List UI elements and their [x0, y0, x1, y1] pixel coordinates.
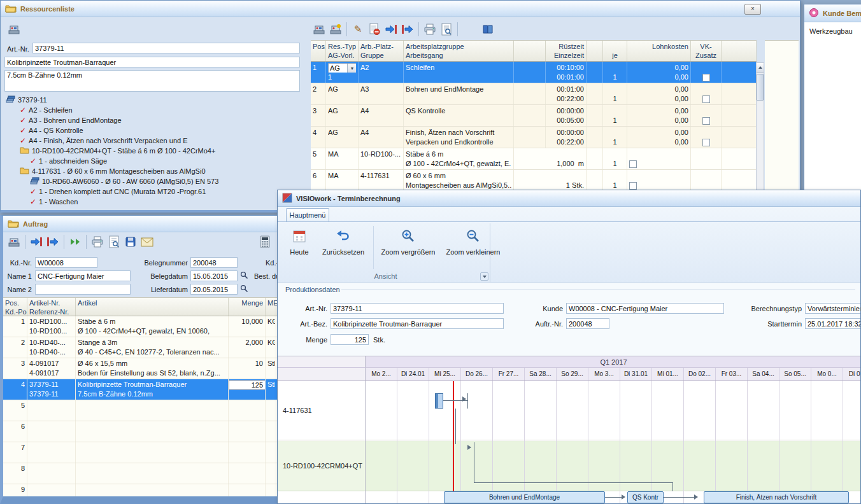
kunde-input[interactable]	[566, 303, 724, 314]
delete-page-icon[interactable]	[366, 21, 383, 38]
table-row[interactable]: 2 10-RD40-...10-RD40-... Stange á 3mØ 40…	[3, 337, 278, 358]
vk-zusatz-checkbox[interactable]	[702, 117, 710, 125]
tree-item[interactable]: ✓1 - Waschen	[6, 197, 306, 207]
material-checkbox[interactable]	[629, 182, 637, 190]
gantt-row-label[interactable]	[278, 492, 365, 504]
col-header-je[interactable]: je	[603, 41, 627, 61]
table-row[interactable]: 3 AG A4 QS Kontrolle 00:00:0000:05:00 1 …	[311, 105, 757, 127]
col-header-lohnkosten[interactable]: Lohnkosten	[627, 41, 691, 61]
table-row[interactable]: 2 AG A3 Bohren und EndMontage 00:01:0000…	[311, 83, 757, 105]
tree-item[interactable]: 10-RD60-AW6060 - Ø 60 - AW 6060 (AlMgSi0…	[6, 176, 306, 186]
import-arrow-icon[interactable]	[383, 21, 399, 38]
gantt-bar[interactable]: Bohren und EndMontage	[444, 491, 605, 503]
col-header-artikel[interactable]: Artikel	[76, 298, 229, 316]
belegnummer-input[interactable]	[190, 257, 238, 268]
bezeichnung-input[interactable]	[4, 57, 300, 67]
tree-item[interactable]: ✓A4 - Finish, Ätzen nach Vorschrift Verp…	[6, 136, 306, 146]
table-row[interactable]: 3 4-0910174-091017 Ø 46 x 15,5 mmBoden f…	[3, 358, 278, 379]
tree-item[interactable]: ✓A3 - Bohren und EndMontage	[6, 115, 306, 125]
vertical-scrollbar[interactable]	[756, 62, 764, 211]
name2-input[interactable]	[35, 284, 131, 295]
res-typ-combobox[interactable]: AG▼	[328, 63, 356, 73]
chevron-down-icon[interactable]: ▼	[347, 64, 356, 73]
menge-edit-input[interactable]	[229, 380, 266, 390]
tree-item[interactable]: 4-117631 - Ø 60 x 6 mm Montagescheiben a…	[6, 166, 306, 176]
save-disk-icon[interactable]	[122, 234, 139, 250]
auftrag-titlebar[interactable]: Auftrag	[3, 216, 278, 232]
col-header-zeit[interactable]: RüstzeitEinzelzeit	[546, 41, 587, 61]
import-arrow-icon[interactable]	[28, 234, 45, 250]
table-row[interactable]: 1 AG▼ 1 A2 Schleifen 00:10:0000:01:00 1 …	[311, 62, 757, 83]
search-icon[interactable]	[240, 271, 248, 281]
gantt-bar[interactable]: QS Kontr	[627, 491, 664, 503]
belegdatum-input[interactable]	[190, 270, 238, 281]
col-header-menge[interactable]	[514, 41, 546, 61]
berechnungstyp-input[interactable]	[805, 303, 861, 314]
gantt-chart-area[interactable]: Bohren und EndMontage QS Kontr Finish, Ä…	[366, 381, 861, 504]
vk-zusatz-checkbox[interactable]	[702, 139, 710, 146]
gantt-task[interactable]	[435, 393, 443, 409]
table-row[interactable]: 6 MA 4-117631 Ø 60 x 6 mmMontagescheiben…	[311, 170, 757, 192]
gantt-bar[interactable]: Finish, Ätzen nach Vorschrift	[704, 491, 849, 503]
workplace-icon[interactable]	[311, 21, 327, 38]
search-icon[interactable]	[240, 284, 248, 294]
kunde-titlebar[interactable]: Kunde Bem	[804, 4, 861, 22]
gantt-day-header[interactable]: Mo 2...Di 24.01Mi 25...Do 26...Fr 27...S…	[366, 368, 861, 381]
vk-zusatz-checkbox[interactable]	[702, 74, 710, 81]
tree-item[interactable]: ✓A4 - QS Kontrolle	[6, 125, 306, 136]
col-header-arbeitsgang[interactable]: ArbeitsplatzgruppeArbeitsgang	[404, 41, 514, 61]
tree-item[interactable]: 37379-11	[6, 95, 306, 105]
resource-machine-icon[interactable]	[6, 21, 22, 38]
edit-pencil-icon[interactable]: ✎	[350, 21, 366, 38]
chevron-down-icon[interactable]	[480, 272, 488, 281]
scroll-up-icon[interactable]	[757, 63, 764, 73]
col-header-vkzusatz[interactable]: VK-Zusatz	[691, 41, 722, 61]
table-row[interactable]: 7	[3, 442, 278, 463]
print-icon[interactable]	[89, 234, 106, 250]
art-nr-input[interactable]	[331, 303, 504, 314]
export-arrow-icon[interactable]	[45, 234, 61, 250]
vk-zusatz-checkbox[interactable]	[702, 95, 710, 103]
table-row[interactable]: 4 37379-1137379-11 Kolibripinzette Trout…	[3, 379, 278, 400]
heute-button[interactable]: Heute	[284, 225, 315, 270]
zoom-verkleinern-button[interactable]: Zoom verkleinern	[442, 225, 504, 270]
material-checkbox[interactable]	[629, 160, 637, 168]
col-header-artikelnr[interactable]: Artikel-Nr.Referenz-Nr.	[27, 298, 76, 316]
col-header-menge[interactable]: Menge	[229, 298, 266, 316]
tree-item[interactable]: ✓A2 - Schleifen	[6, 105, 306, 115]
forward-arrows-icon[interactable]	[67, 234, 83, 250]
zusatz-input[interactable]: 7.5cm B-Zähne 0.12mm	[4, 70, 300, 92]
tree-item[interactable]: 10-RD100-42CRM04+QT - Stäbe á 6 m Ø 100 …	[6, 146, 306, 156]
table-row[interactable]: 1 10-RD100...10-RD100... Stäbe á 6 mØ 10…	[3, 316, 278, 337]
export-arrow-icon[interactable]	[399, 21, 416, 38]
auftr-nr-input[interactable]	[566, 318, 609, 329]
print-icon[interactable]	[422, 21, 438, 38]
col-header-pos[interactable]: Pos.Kd.-Pos	[3, 298, 27, 316]
gantt-quarter-header[interactable]: Q1 2017	[366, 356, 861, 368]
col-header-pos[interactable]: Pos.	[311, 41, 326, 61]
table-row[interactable]: 5	[3, 400, 278, 421]
calculator-icon[interactable]	[257, 234, 273, 250]
art-bez-input[interactable]	[331, 318, 504, 329]
workplace-add-icon[interactable]	[327, 21, 344, 38]
resource-machine-icon[interactable]	[6, 234, 22, 250]
table-row[interactable]: 9	[3, 484, 278, 504]
table-row[interactable]: 8	[3, 463, 278, 484]
print-preview-icon[interactable]	[438, 21, 455, 38]
col-header-restyp[interactable]: Res.-TypAG-Vorl.	[326, 41, 359, 61]
lieferdatum-input[interactable]	[190, 284, 238, 295]
col-header-me[interactable]: ME	[266, 298, 278, 316]
starttermin-input[interactable]	[805, 318, 861, 329]
mail-icon[interactable]	[139, 234, 155, 250]
kd-nr-input[interactable]	[35, 257, 97, 268]
gantt-row-label[interactable]: 10-RD100-42CRM04+QT	[278, 441, 365, 491]
gantt-row-label[interactable]: 4-117631	[278, 381, 365, 440]
print-preview-icon[interactable]	[106, 234, 122, 250]
tree-item[interactable]: ✓1 - Drehen komplett auf CNC (Murata MT2…	[6, 186, 306, 197]
art-nr-input[interactable]	[32, 43, 300, 53]
tab-hauptmenu[interactable]: Hauptmenü	[286, 208, 329, 221]
zuruecksetzen-button[interactable]: Zurücksetzen	[317, 225, 369, 270]
terminberechnung-titlebar[interactable]: VISIOwork - Terminberechnung	[278, 190, 860, 207]
ressourcenliste-titlebar[interactable]: Ressourcenliste	[1, 1, 800, 17]
table-row[interactable]: 4 AG A4 Finish, Ätzen nach VorschriftVer…	[311, 127, 757, 148]
